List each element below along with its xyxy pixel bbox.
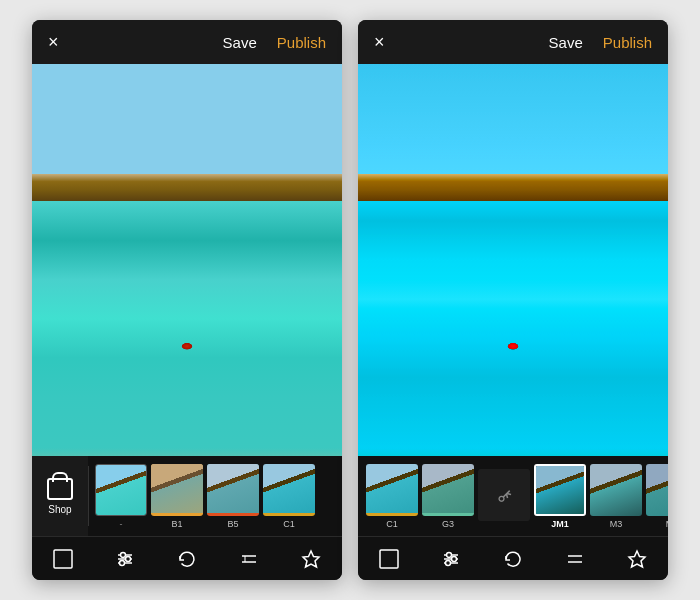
filter-item-b5[interactable]: B5 [207, 464, 259, 529]
svg-point-4 [121, 552, 126, 557]
left-panel: × Save Publish Shop - B1 B5 [32, 20, 342, 580]
left-frame-tool[interactable] [47, 543, 79, 575]
svg-marker-10 [303, 551, 319, 567]
filter-item-none[interactable]: - [95, 464, 147, 529]
right-header-actions: Save Publish [549, 34, 652, 51]
right-publish-button[interactable]: Publish [603, 34, 652, 51]
left-image-area [32, 64, 342, 456]
svg-rect-11 [380, 550, 398, 568]
filter-item-m5[interactable]: M5 [646, 464, 668, 529]
left-publish-button[interactable]: Publish [277, 34, 326, 51]
left-top-bar: × Save Publish [32, 20, 342, 64]
left-header-actions: Save Publish [223, 34, 326, 51]
right-top-bar: × Save Publish [358, 20, 668, 64]
filter-item-key[interactable]: ⚷ [478, 469, 530, 524]
svg-point-5 [126, 556, 131, 561]
filter-item-b1[interactable]: B1 [151, 464, 203, 529]
svg-point-17 [446, 560, 451, 565]
left-adjust-tool[interactable] [109, 543, 141, 575]
filter-label-jm1: JM1 [551, 519, 569, 529]
right-filter-items: C1 G3 ⚷ JM1 M3 M5 [358, 464, 668, 529]
shop-cart-icon [47, 478, 73, 500]
left-menu-tool[interactable] [233, 543, 265, 575]
right-favorites-tool[interactable] [621, 543, 653, 575]
svg-marker-20 [629, 551, 645, 567]
svg-rect-0 [54, 550, 72, 568]
filter-item-g3[interactable]: G3 [422, 464, 474, 529]
left-favorites-tool[interactable] [295, 543, 327, 575]
filter-label-c1: C1 [283, 519, 295, 529]
filter-label-m5: M5 [666, 519, 668, 529]
right-menu-tool[interactable] [559, 543, 591, 575]
filter-label-none: - [120, 519, 123, 529]
filter-item-m3[interactable]: M3 [590, 464, 642, 529]
right-panel: × Save Publish C1 G3 ⚷ [358, 20, 668, 580]
right-filter-strip: C1 G3 ⚷ JM1 M3 M5 [358, 456, 668, 536]
filter-item-c1[interactable]: C1 [263, 464, 315, 529]
left-filter-items: - B1 B5 C1 [89, 464, 321, 529]
filter-item-c1-right[interactable]: C1 [366, 464, 418, 529]
left-history-tool[interactable] [171, 543, 203, 575]
key-icon: ⚷ [492, 482, 517, 507]
filter-label-m3: M3 [610, 519, 623, 529]
left-save-button[interactable]: Save [223, 34, 257, 51]
left-bottom-bar [32, 536, 342, 580]
svg-point-6 [120, 560, 125, 565]
right-image-area [358, 64, 668, 456]
filter-label-b5: B5 [227, 519, 238, 529]
svg-point-16 [452, 556, 457, 561]
left-filter-strip: Shop - B1 B5 C1 [32, 456, 342, 536]
right-adjust-tool[interactable] [435, 543, 467, 575]
shop-label: Shop [48, 504, 71, 515]
right-frame-tool[interactable] [373, 543, 405, 575]
filter-label-g3: G3 [442, 519, 454, 529]
right-save-button[interactable]: Save [549, 34, 583, 51]
right-close-button[interactable]: × [374, 32, 385, 53]
right-history-tool[interactable] [497, 543, 529, 575]
filter-label-b1: B1 [171, 519, 182, 529]
right-bottom-bar [358, 536, 668, 580]
filter-label-c1-right: C1 [386, 519, 398, 529]
left-close-button[interactable]: × [48, 32, 59, 53]
left-shop-button[interactable]: Shop [32, 456, 88, 536]
right-photo [358, 64, 668, 456]
left-photo [32, 64, 342, 456]
filter-item-jm1[interactable]: JM1 [534, 464, 586, 529]
svg-point-15 [447, 552, 452, 557]
